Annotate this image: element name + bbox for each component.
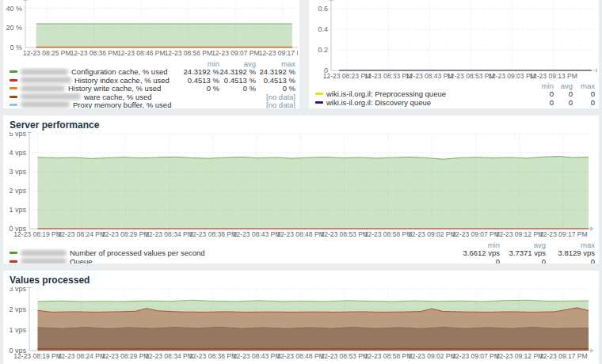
legend-header: minavgmax (8, 59, 295, 67)
legend-max-value: 0 (573, 89, 595, 98)
y-axis-arrow-icon (329, 0, 333, 1)
legend-row: History write cache, % used0 %0 %0 % (8, 84, 295, 92)
series-color-swatch (10, 252, 17, 254)
y-tick-label: 5 vps (9, 132, 26, 138)
legend-label: wiki.is-il.org.il: Discovery queue (326, 98, 431, 107)
x-tick-label: 12-23 08:25 PM (23, 49, 70, 57)
legend-row: ware cache, % used[no data] (8, 93, 295, 100)
widget-internal-queues: 12-23 08:23 PM12-23 08:33 PM12-23 08:43 … (309, 0, 599, 108)
series-color-swatch (315, 101, 323, 104)
legend-min-value: 0 (533, 89, 554, 98)
legend-max-value: 0 (546, 257, 595, 264)
legend-min-value: 0 % (181, 84, 219, 93)
legend-column-header: max (573, 82, 595, 90)
y-tick-label: 3 vps (9, 287, 26, 293)
legend-column-header: max (256, 59, 295, 68)
series-area (36, 24, 292, 47)
y-axis-arrow-icon (27, 132, 32, 133)
x-axis-arrow-icon (590, 348, 594, 353)
redacted-host (21, 69, 68, 75)
x-tick-label: 12-23 09:02 PM (408, 352, 455, 360)
legend-label: Number of processed values per second (70, 248, 205, 257)
y-tick-label: 0.4 (318, 25, 328, 33)
series-color-swatch (10, 96, 17, 98)
y-tick-label: 0 (324, 66, 328, 74)
series-color-swatch (10, 70, 17, 73)
x-tick-label: 12-23 08:53 PM (320, 352, 368, 360)
x-axis-arrow-icon (590, 226, 594, 231)
x-tick-label: 12-23 08:34 PM (145, 230, 192, 238)
legend-min-value: 0 (452, 257, 500, 264)
x-tick-label: 12-23 08:58 PM (364, 352, 412, 360)
y-tick-label: 2 vps (9, 305, 26, 313)
legend-min-value: 0.4513 % (181, 76, 219, 85)
x-tick-label: 12-23 09:07 PM (452, 352, 499, 360)
x-tick-label: 12-23 08:48 PM (276, 230, 324, 238)
cache-usage-chart[interactable]: 12-23 08:25 PM12-23 08:36 PM12-23 08:46 … (3, 0, 298, 59)
legend-row: History index cache, % used0.4513 %0.451… (8, 76, 295, 84)
legend-min-value: 3.6612 vps (452, 248, 500, 257)
y-tick-label: 0.2 (318, 46, 328, 54)
server-performance-chart[interactable]: 12-23 08:19 PM12-23 08:24 PM12-23 08:29 … (6, 132, 595, 240)
x-tick-label: 12-23 08:29 PM (101, 230, 149, 238)
x-tick-label: 12-23 09:12 PM (496, 352, 543, 360)
server-performance-title: Server performance (3, 116, 599, 132)
internal-queues-chart[interactable]: 12-23 08:23 PM12-23 08:33 PM12-23 08:43 … (309, 0, 597, 81)
legend-header: minavgmax (8, 241, 595, 248)
legend-column-header: max (546, 241, 595, 249)
legend-label: Queue (70, 257, 93, 264)
y-tick-label: 0 vps (9, 347, 26, 355)
series-area (38, 327, 589, 351)
redacted-host (21, 258, 67, 264)
legend-label: History index cache, % used (74, 76, 170, 85)
x-tick-label: 12-23 08:43 PM (233, 230, 280, 238)
legend-avg-value: 0 (500, 257, 546, 264)
y-tick-label: 3 vps (9, 168, 26, 176)
legend-row: Proxy memory buffer, % used[no data] (8, 100, 295, 108)
redacted-host (21, 85, 65, 92)
x-tick-label: 12-23 08:53 PM (320, 230, 368, 238)
y-tick-label: 40 % (6, 5, 22, 13)
x-tick-label: 12-23 09:17 PM (539, 230, 587, 238)
series-color-swatch (10, 79, 17, 82)
x-tick-label: 12-23 09:02 PM (408, 230, 455, 238)
x-tick-label: 12-23 08:38 PM (189, 230, 237, 238)
x-tick-label: 12-23 08:24 PM (58, 230, 105, 238)
values-processed-chart[interactable]: 12-23 08:19 PM12-23 08:24 PM12-23 08:29 … (6, 287, 595, 362)
legend-column-header: avg (500, 241, 546, 249)
legend-avg-value: 0.4513 % (219, 76, 256, 85)
legend-row: Number of processed values per second3.6… (8, 248, 595, 256)
x-tick-label: 12-23 08:34 PM (145, 352, 192, 360)
redacted-host (21, 93, 81, 100)
x-tick-label: 12-23 09:12 PM (496, 230, 543, 238)
legend-label: History write cache, % used (68, 84, 161, 93)
y-tick-label: 1 vps (9, 206, 26, 214)
legend-avg-value: 0 % (219, 84, 256, 93)
legend-avg-value: 24.3192 % (219, 67, 256, 76)
server-performance-legend: minavgmaxNumber of processed values per … (3, 240, 599, 264)
y-tick-label: 20 % (6, 24, 22, 32)
x-tick-label: 12-23 08:56 PM (165, 49, 212, 57)
y-tick-label: 1 vps (9, 326, 26, 334)
legend-no-data: [no data] (256, 93, 295, 101)
series-color-swatch (10, 87, 17, 89)
legend-max-value: 0 % (256, 84, 295, 93)
legend-label: ware cache, % used (84, 93, 152, 101)
x-tick-label: 12-23 08:24 PM (58, 352, 105, 360)
legend-avg-value: 0 (554, 98, 573, 107)
legend-min-value: 0 (533, 98, 554, 107)
legend-column-header: avg (554, 82, 573, 90)
x-axis-arrow-icon (596, 68, 597, 73)
legend-label: wiki.is-il.org.il: Preprocessing queue (326, 89, 446, 98)
x-tick-label: 12-23 08:38 PM (189, 352, 237, 360)
legend-avg-value: 3.7371 vps (500, 248, 546, 257)
widget-values-processed: Values processed 12-23 08:19 PM12-23 08:… (3, 271, 599, 364)
internal-queues-legend: minavgmaxwiki.is-il.org.il: Preprocessin… (309, 81, 599, 106)
legend-no-data: [no data] (256, 100, 295, 108)
legend-row: Configuration cache, % used24.3192 %24.3… (8, 67, 295, 75)
y-tick-label: 0 % (10, 44, 22, 51)
legend-column-header: min (452, 241, 500, 249)
legend-label: Configuration cache, % used (71, 67, 167, 76)
x-tick-label: 12-23 08:46 PM (117, 49, 165, 57)
x-tick-label: 12-23 08:36 PM (70, 49, 118, 57)
